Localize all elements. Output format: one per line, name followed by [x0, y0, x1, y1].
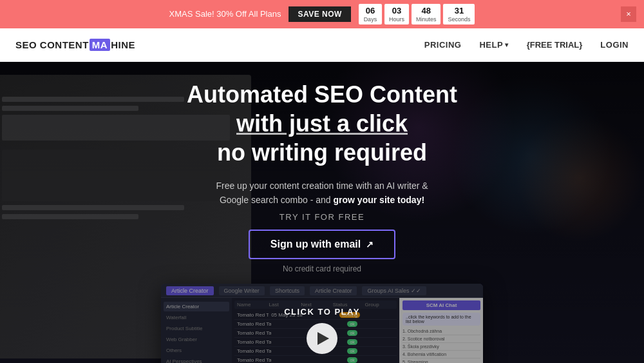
arrow-icon: ↗: [366, 239, 374, 250]
nav-pricing[interactable]: PRICING: [424, 40, 462, 50]
app-preview: Article Creator Google Writer Shortcuts …: [161, 284, 483, 363]
logo-highlight: MA: [90, 39, 110, 51]
signup-cta-button[interactable]: Sign up with email ↗: [249, 230, 395, 259]
logo-text-part2: HINE: [111, 39, 135, 50]
hero-section: Automated SEO Content with just a click …: [0, 62, 644, 363]
nav-login[interactable]: LOGIN: [600, 40, 629, 50]
hero-subtitle: Free up your content creation time with …: [187, 179, 457, 208]
nav-help[interactable]: HELP ▾: [479, 40, 508, 50]
click-to-play-text: CLICK TO PLAY: [284, 307, 360, 317]
chevron-down-icon: ▾: [505, 41, 509, 48]
countdown-hours: 03 Hours: [384, 4, 409, 25]
no-credit-card-text: No credit card required: [187, 264, 457, 273]
nav-free-trial[interactable]: {FREE TRIAL}: [527, 40, 583, 50]
countdown-timer: 06 Days 03 Hours 48 Minutes 31 Seconds: [359, 4, 475, 25]
promo-banner: XMAS Sale! 30% Off All Plans SAVE NOW 06…: [0, 0, 644, 28]
save-now-button[interactable]: SAVE NOW: [289, 6, 350, 22]
banner-close-button[interactable]: ×: [621, 6, 636, 22]
nav-links: PRICING HELP ▾ {FREE TRIAL} LOGIN: [424, 40, 629, 50]
site-logo: SEO CONTENT MA HINE: [15, 39, 135, 51]
countdown-days: 06 Days: [359, 4, 382, 25]
banner-text: XMAS Sale! 30% Off All Plans: [169, 9, 281, 19]
countdown-minutes: 48 Minutes: [412, 4, 441, 25]
play-icon: [317, 332, 329, 345]
countdown-seconds: 31 Seconds: [443, 4, 475, 25]
logo-text-part1: SEO CONTENT: [15, 39, 89, 50]
hero-content: Automated SEO Content with just a click …: [187, 80, 457, 274]
try-free-label: TRY IT FOR FREE: [187, 212, 457, 222]
hero-title: Automated SEO Content with just a click …: [187, 80, 457, 167]
play-button[interactable]: [307, 323, 337, 354]
play-overlay[interactable]: CLICK TO PLAY: [161, 284, 483, 363]
navbar: SEO CONTENT MA HINE PRICING HELP ▾ {FREE…: [0, 28, 644, 62]
